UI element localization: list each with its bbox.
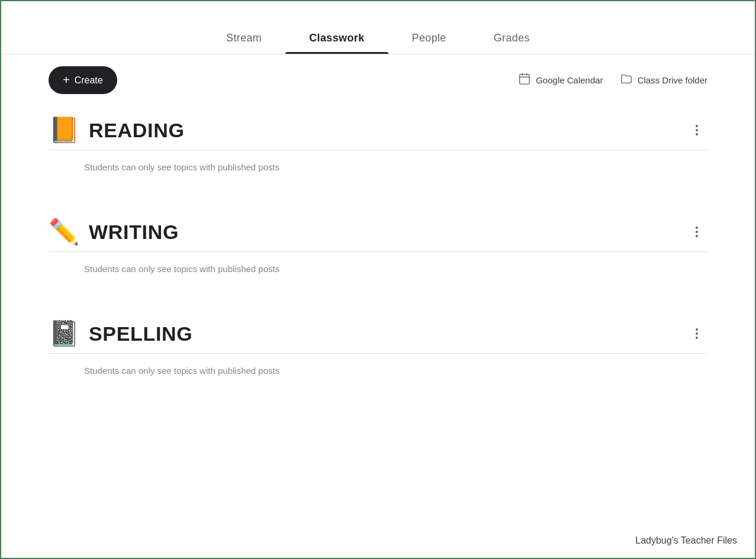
class-drive-folder-link[interactable]: Class Drive folder <box>620 72 707 88</box>
topic-title-row-spelling: 📓 SPELLING <box>49 321 192 346</box>
topic-header-writing: ✏️ WRITING <box>49 208 707 251</box>
topic-title-spelling: SPELLING <box>89 322 192 345</box>
create-button[interactable]: + Create <box>49 66 117 94</box>
plus-icon: + <box>63 73 70 87</box>
svg-point-7 <box>696 227 698 229</box>
top-navigation: StreamClassworkPeopleGrades <box>1 1 755 54</box>
toolbar-right: Google Calendar Class Drive folder <box>518 72 707 88</box>
topic-emoji-spelling: 📓 <box>49 321 79 346</box>
topic-empty-message-reading: Students can only see topics with publis… <box>49 150 707 178</box>
topic-header-spelling: 📓 SPELLING <box>49 309 707 353</box>
topic-section-writing: ✏️ WRITING Students can only see topics … <box>49 208 707 280</box>
tab-people[interactable]: People <box>388 22 470 54</box>
topic-more-button-reading[interactable] <box>686 119 707 141</box>
svg-point-8 <box>696 231 698 233</box>
folder-icon <box>620 72 633 88</box>
svg-point-10 <box>696 328 698 331</box>
svg-point-12 <box>696 337 698 339</box>
svg-point-4 <box>696 125 698 127</box>
topic-more-button-writing[interactable] <box>686 221 707 243</box>
topic-title-writing: WRITING <box>89 221 179 244</box>
svg-point-11 <box>696 332 698 335</box>
tab-stream[interactable]: Stream <box>202 22 285 54</box>
topic-title-row-reading: 📙 READING <box>49 118 185 143</box>
topic-empty-message-spelling: Students can only see topics with publis… <box>49 354 707 382</box>
topic-emoji-writing: ✏️ <box>49 219 79 244</box>
topic-section-reading: 📙 READING Students can only see topics w… <box>49 106 707 178</box>
toolbar: + Create Google Calendar Class Drive fol… <box>1 54 755 106</box>
svg-rect-0 <box>520 75 530 85</box>
class-drive-folder-label: Class Drive folder <box>638 75 707 85</box>
main-content: 📙 READING Students can only see topics w… <box>1 106 755 382</box>
topic-emoji-reading: 📙 <box>49 118 79 143</box>
topic-header-reading: 📙 READING <box>49 106 707 150</box>
svg-point-6 <box>696 133 698 135</box>
create-button-label: Create <box>75 75 103 86</box>
topic-empty-message-writing: Students can only see topics with publis… <box>49 252 707 280</box>
topic-title-row-writing: ✏️ WRITING <box>49 219 179 244</box>
tab-grades[interactable]: Grades <box>470 22 554 54</box>
google-calendar-link[interactable]: Google Calendar <box>518 72 603 88</box>
watermark: Ladybug's Teacher Files <box>635 535 737 546</box>
topic-title-reading: READING <box>89 119 185 142</box>
svg-point-9 <box>696 235 698 237</box>
google-calendar-label: Google Calendar <box>536 75 603 85</box>
watermark-text: Ladybug's Teacher Files <box>635 535 737 545</box>
svg-point-5 <box>696 129 698 131</box>
tab-classwork[interactable]: Classwork <box>285 22 388 54</box>
topic-section-spelling: 📓 SPELLING Students can only see topics … <box>49 309 707 382</box>
topic-more-button-spelling[interactable] <box>686 323 707 344</box>
calendar-icon <box>518 72 531 88</box>
